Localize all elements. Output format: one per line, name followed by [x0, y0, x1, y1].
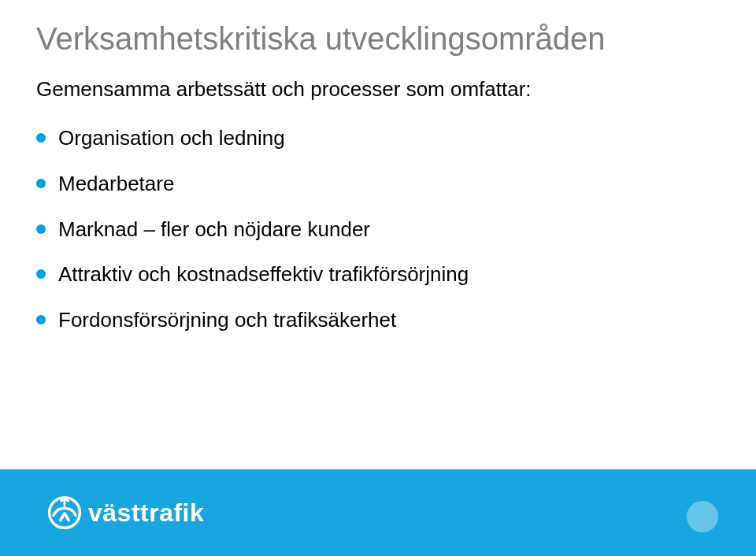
- brand-mark-icon: [47, 495, 82, 530]
- list-item: Organisation och ledning: [36, 125, 720, 152]
- subtitle: Gemensamma arbetssätt och processer som …: [36, 77, 720, 102]
- brand-name: västtrafik: [88, 499, 204, 528]
- bullet-list: Organisation och ledning Medarbetare Mar…: [36, 125, 720, 334]
- list-item: Marknad – fler och nöjdare kunder: [36, 217, 720, 243]
- page-title: Verksamhetskritiska utvecklingsområden: [36, 20, 720, 57]
- content-area: Verksamhetskritiska utvecklingsområden G…: [0, 0, 756, 334]
- slide: Verksamhetskritiska utvecklingsområden G…: [0, 0, 756, 556]
- list-item: Medarbetare: [36, 171, 720, 198]
- brand-logo: västtrafik: [47, 495, 204, 530]
- list-item: Fordonsförsörjning och trafiksäkerhet: [36, 307, 720, 334]
- footer-dot-icon: [687, 501, 718, 532]
- list-item: Attraktiv och kostnadseffektiv trafikför…: [36, 261, 720, 288]
- footer-bar: västtrafik: [0, 469, 756, 556]
